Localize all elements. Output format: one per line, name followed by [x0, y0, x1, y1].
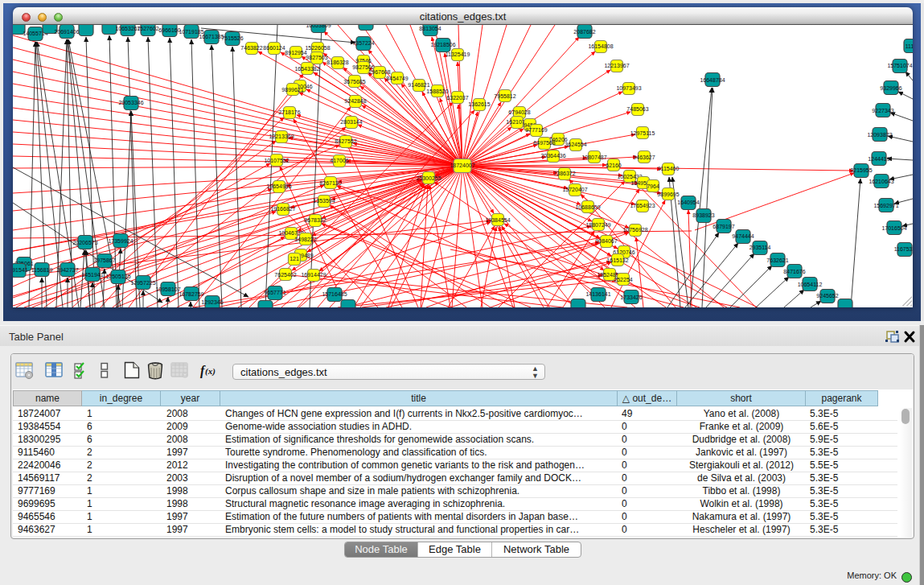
svg-text:12213967: 12213967	[604, 63, 629, 68]
svg-text:15751074: 15751074	[887, 63, 912, 68]
svg-text:8938923: 8938923	[692, 212, 714, 218]
svg-text:16648784: 16648784	[700, 77, 725, 83]
svg-text:6322037: 6322037	[446, 95, 468, 101]
svg-text:16543382: 16543382	[294, 66, 319, 72]
svg-text:62160: 62160	[606, 163, 622, 168]
svg-text:8267130: 8267130	[319, 180, 341, 186]
svg-text:12213369: 12213369	[269, 134, 294, 139]
svg-text:16914479: 16914479	[301, 272, 326, 278]
svg-text:12093873: 12093873	[867, 132, 892, 138]
svg-text:1451941: 1451941	[81, 272, 103, 278]
svg-text:15692971: 15692971	[873, 203, 898, 208]
svg-text:1588520: 1588520	[426, 89, 448, 94]
svg-text:6794028: 6794028	[508, 109, 530, 115]
svg-text:12975115: 12975115	[630, 130, 655, 136]
svg-text:9329966: 9329966	[880, 85, 901, 91]
svg-text:11325419: 11325419	[446, 51, 470, 57]
svg-text:8471676: 8471676	[783, 269, 805, 274]
svg-text:2087682: 2087682	[573, 29, 595, 35]
svg-text:10807487: 10807487	[581, 154, 606, 160]
svg-text:9463627: 9463627	[633, 154, 655, 160]
svg-text:7386372: 7386372	[553, 171, 575, 176]
svg-text:29053346: 29053346	[118, 100, 143, 105]
svg-text:8215955: 8215955	[850, 167, 872, 173]
svg-text:7955812: 7955812	[494, 93, 515, 99]
svg-text:9146821: 9146821	[408, 82, 429, 88]
svg-text:3675685: 3675685	[343, 79, 365, 84]
svg-text:7485063: 7485063	[626, 106, 648, 112]
svg-text:16053809: 16053809	[306, 25, 331, 28]
svg-text:1362615: 1362615	[468, 101, 490, 107]
svg-text:2942737: 2942737	[56, 267, 78, 273]
svg-text:6879197: 6879197	[713, 224, 734, 229]
svg-text:16782759: 16782759	[179, 291, 203, 297]
svg-text:252254: 252254	[614, 277, 632, 282]
svg-text:1117: 1117	[906, 43, 913, 49]
svg-text:16154808: 16154808	[588, 43, 613, 49]
svg-text:8186328: 8186328	[326, 60, 348, 65]
svg-text:16210643: 16210643	[869, 179, 893, 184]
svg-text:3498222: 3498222	[294, 237, 316, 242]
svg-text:9657771: 9657771	[264, 290, 285, 295]
svg-text:10756928: 10756928	[622, 227, 647, 233]
svg-text:7515526: 7515526	[221, 35, 243, 41]
svg-text:20206573: 20206573	[72, 240, 97, 245]
svg-text:2718176: 2718176	[278, 109, 300, 115]
svg-text:8912954: 8912954	[285, 50, 306, 56]
svg-text:16671385: 16671385	[199, 34, 224, 39]
svg-text:1244419: 1244419	[868, 156, 889, 162]
svg-text:9245652: 9245652	[816, 293, 838, 299]
svg-text:9084067: 9084067	[595, 238, 617, 244]
svg-text:18807249: 18807249	[585, 222, 610, 228]
svg-text:121: 121	[290, 256, 299, 262]
svg-text:(x): (x)	[205, 366, 216, 377]
svg-text:1353594: 1353594	[313, 198, 335, 204]
svg-text:391541: 391541	[13, 267, 28, 273]
svg-text:7632621: 7632621	[766, 257, 788, 263]
svg-text:10973493: 10973493	[616, 85, 641, 91]
svg-text:18724007: 18724007	[450, 163, 474, 168]
svg-text:14136141: 14136141	[585, 291, 610, 297]
svg-text:8813054: 8813054	[419, 26, 441, 31]
svg-text:7964: 7964	[647, 183, 659, 189]
svg-text:19654985: 19654985	[266, 183, 291, 189]
svg-text:12505135: 12505135	[105, 274, 130, 279]
svg-text:8678332: 8678332	[304, 217, 326, 223]
svg-text:17654923: 17654923	[630, 203, 655, 208]
svg-text:3624554: 3624554	[565, 142, 586, 147]
svg-text:25300255: 25300255	[416, 175, 441, 181]
svg-text:8454749: 8454749	[386, 76, 408, 81]
svg-text:20691406: 20691406	[54, 29, 79, 35]
svg-text:9827503: 9827503	[306, 55, 327, 60]
svg-text:9474444: 9474444	[732, 233, 754, 239]
svg-text:9242848: 9242848	[344, 98, 366, 104]
svg-text:17359924: 17359924	[108, 238, 133, 244]
svg-text:2803144: 2803144	[340, 119, 362, 125]
svg-text:6497568: 6497568	[533, 140, 555, 146]
svg-text:19166827: 19166827	[270, 206, 295, 212]
svg-text:1156819: 1156819	[31, 267, 53, 273]
svg-text:6966160: 6966160	[158, 27, 180, 33]
svg-text:7357224: 7357224	[352, 40, 374, 46]
svg-text:9899695: 9899695	[657, 192, 679, 197]
svg-text:15716485: 15716485	[322, 291, 347, 297]
svg-text:10107552: 10107552	[264, 158, 289, 163]
svg-text:17016504: 17016504	[881, 225, 906, 231]
svg-text:20364436: 20364436	[540, 153, 565, 159]
svg-text:15226058: 15226058	[305, 45, 330, 51]
svg-text:9115460: 9115460	[658, 166, 680, 171]
svg-text:19384554: 19384554	[485, 217, 510, 223]
svg-text:1527602: 1527602	[137, 26, 158, 31]
svg-text:417006: 417006	[330, 158, 348, 163]
svg-text:1167533: 1167533	[894, 246, 913, 252]
svg-text:1615132: 1615132	[606, 257, 628, 263]
svg-text:17957225: 17957225	[130, 280, 155, 286]
svg-text:9899621: 9899621	[281, 87, 303, 93]
svg-text:10654112: 10654112	[798, 282, 823, 287]
svg-text:2935114: 2935114	[749, 245, 771, 250]
svg-text:3975867: 3975867	[93, 257, 115, 263]
svg-text:9777169: 9777169	[525, 127, 547, 133]
svg-text:8660124: 8660124	[263, 45, 285, 51]
svg-text:7463822: 7463822	[240, 45, 262, 51]
svg-text:2967608: 2967608	[368, 69, 390, 75]
